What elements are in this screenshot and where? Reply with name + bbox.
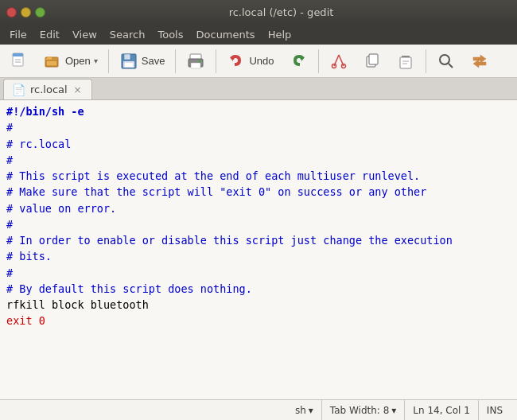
editor-line: rfkill block bluetooth — [6, 297, 511, 313]
save-button[interactable]: Save — [113, 49, 172, 74]
svg-marker-15 — [301, 56, 305, 61]
editor-line: # Make sure that the script will "exit 0… — [6, 184, 511, 200]
tab-close-button[interactable]: × — [72, 84, 84, 95]
menu-view[interactable]: View — [66, 27, 103, 42]
tabwidth-label: Tab Width: 8 — [330, 405, 389, 416]
toolbar: Open ▾ Save — [0, 45, 517, 78]
undo-icon — [227, 52, 246, 71]
editor-line: # — [6, 216, 511, 232]
menu-documents[interactable]: Documents — [190, 27, 262, 42]
menubar: File Edit View Search Tools Documents He… — [0, 24, 517, 45]
editor-line: # — [6, 265, 511, 281]
undo-button[interactable]: Undo — [220, 49, 280, 74]
redo-button[interactable] — [282, 49, 314, 74]
undo-label: Undo — [249, 55, 274, 67]
menu-search[interactable]: Search — [103, 27, 152, 42]
mode-label: INS — [487, 405, 503, 416]
svg-rect-9 — [125, 63, 133, 67]
separator-4 — [318, 49, 319, 73]
find-icon — [437, 52, 456, 71]
separator-2 — [175, 49, 176, 73]
close-button[interactable] — [6, 7, 17, 18]
svg-line-27 — [449, 64, 453, 68]
status-position: Ln 14, Col 1 — [405, 400, 479, 420]
menu-edit[interactable]: Edit — [33, 27, 66, 42]
svg-point-13 — [199, 60, 201, 62]
svg-rect-5 — [46, 60, 57, 66]
cut-button[interactable] — [323, 49, 355, 74]
paste-button[interactable] — [390, 49, 422, 74]
svg-rect-7 — [124, 54, 130, 60]
svg-rect-1 — [13, 53, 23, 56]
editor-line: # — [6, 152, 511, 168]
replace-icon — [470, 52, 489, 71]
paste-icon — [396, 52, 415, 71]
print-icon — [186, 52, 205, 71]
svg-rect-12 — [191, 63, 200, 68]
tab-label: rc.local — [30, 84, 68, 95]
status-tabwidth[interactable]: Tab Width: 8 ▾ — [322, 400, 406, 420]
separator-1 — [108, 49, 109, 73]
open-dropdown-arrow: ▾ — [94, 56, 98, 65]
find-button[interactable] — [430, 49, 462, 74]
copy-button[interactable] — [356, 49, 388, 74]
editor-line: # In order to enable or disable this scr… — [6, 232, 511, 248]
open-label: Open — [65, 55, 91, 67]
tab-file-icon: 📄 — [12, 84, 25, 96]
replace-button[interactable] — [464, 49, 496, 74]
language-label: sh — [295, 405, 306, 416]
cut-icon — [329, 52, 348, 71]
editor-area[interactable]: #!/bin/sh -e## rc.local## This script is… — [0, 100, 517, 399]
window-title: rc.local (/etc) - gedit — [52, 6, 511, 18]
window-buttons — [6, 7, 45, 18]
editor-line: # value on error. — [6, 200, 511, 216]
copy-icon — [363, 52, 382, 71]
editor-line: exit 0 — [6, 313, 511, 329]
editor-line: # By default this script does nothing. — [6, 281, 511, 297]
redo-icon — [289, 52, 308, 71]
tabwidth-arrow: ▾ — [391, 405, 396, 416]
editor-line: # This script is executed at the end of … — [6, 168, 511, 184]
tab-rclocal[interactable]: 📄 rc.local × — [3, 79, 92, 99]
status-language[interactable]: sh ▾ — [287, 400, 322, 420]
svg-point-26 — [440, 55, 449, 64]
open-icon — [43, 52, 62, 71]
save-label: Save — [142, 55, 165, 67]
svg-rect-21 — [369, 54, 378, 64]
save-icon — [119, 52, 138, 71]
statusbar: sh ▾ Tab Width: 8 ▾ Ln 14, Col 1 INS — [0, 399, 517, 420]
status-mode: INS — [479, 400, 511, 420]
svg-rect-23 — [400, 57, 411, 68]
new-icon — [10, 52, 29, 71]
tabbar: 📄 rc.local × — [0, 78, 517, 100]
new-button[interactable] — [3, 49, 35, 74]
open-button[interactable]: Open ▾ — [37, 49, 104, 74]
editor-line: # bits. — [6, 248, 511, 264]
position-label: Ln 14, Col 1 — [413, 405, 470, 416]
language-arrow: ▾ — [309, 405, 313, 416]
print-button[interactable] — [180, 49, 212, 74]
maximize-button[interactable] — [35, 7, 45, 18]
editor-line: # — [6, 119, 511, 135]
menu-tools[interactable]: Tools — [151, 27, 189, 42]
separator-5 — [426, 49, 426, 73]
minimize-button[interactable] — [21, 7, 31, 18]
editor-line: # rc.local — [6, 136, 511, 152]
editor-line: #!/bin/sh -e — [6, 103, 511, 119]
menu-file[interactable]: File — [3, 27, 33, 42]
svg-marker-14 — [230, 56, 233, 61]
separator-3 — [216, 49, 216, 73]
menu-help[interactable]: Help — [262, 27, 298, 42]
titlebar: rc.local (/etc) - gedit — [0, 0, 517, 24]
